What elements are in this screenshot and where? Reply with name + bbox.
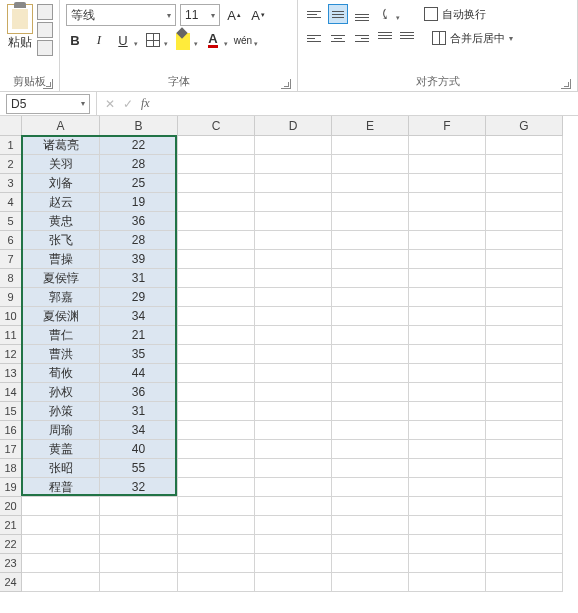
decrease-indent-button[interactable] xyxy=(376,28,394,48)
font-name-select[interactable]: 等线▾ xyxy=(66,4,176,26)
cell-D8[interactable] xyxy=(255,269,332,288)
align-right-button[interactable] xyxy=(352,28,372,48)
cell-C12[interactable] xyxy=(178,345,255,364)
cell-E17[interactable] xyxy=(332,440,409,459)
cell-D17[interactable] xyxy=(255,440,332,459)
cell-D11[interactable] xyxy=(255,326,332,345)
cell-C24[interactable] xyxy=(178,573,255,592)
select-all-corner[interactable] xyxy=(0,116,22,136)
cell-D21[interactable] xyxy=(255,516,332,535)
column-header-G[interactable]: G xyxy=(486,116,563,136)
font-color-button[interactable]: A xyxy=(204,30,222,50)
row-header-17[interactable]: 17 xyxy=(0,440,22,459)
row-header-7[interactable]: 7 xyxy=(0,250,22,269)
cell-G18[interactable] xyxy=(486,459,563,478)
cell-B3[interactable]: 25 xyxy=(100,174,178,193)
cell-A11[interactable]: 曹仁 xyxy=(22,326,100,345)
cell-F7[interactable] xyxy=(409,250,486,269)
cell-G5[interactable] xyxy=(486,212,563,231)
increase-indent-button[interactable] xyxy=(398,28,416,48)
cell-B19[interactable]: 32 xyxy=(100,478,178,497)
cell-F17[interactable] xyxy=(409,440,486,459)
cell-D23[interactable] xyxy=(255,554,332,573)
cell-D19[interactable] xyxy=(255,478,332,497)
cell-G8[interactable] xyxy=(486,269,563,288)
cell-F24[interactable] xyxy=(409,573,486,592)
cell-E2[interactable] xyxy=(332,155,409,174)
cell-A23[interactable] xyxy=(22,554,100,573)
paste-button[interactable]: 粘贴 xyxy=(6,4,33,51)
cell-D16[interactable] xyxy=(255,421,332,440)
cell-B23[interactable] xyxy=(100,554,178,573)
cell-D3[interactable] xyxy=(255,174,332,193)
cell-F8[interactable] xyxy=(409,269,486,288)
row-header-22[interactable]: 22 xyxy=(0,535,22,554)
fill-color-button[interactable] xyxy=(174,30,192,50)
cell-F23[interactable] xyxy=(409,554,486,573)
cell-D15[interactable] xyxy=(255,402,332,421)
cell-E8[interactable] xyxy=(332,269,409,288)
cell-D9[interactable] xyxy=(255,288,332,307)
cell-A1[interactable]: 诸葛亮 xyxy=(22,136,100,155)
cell-A16[interactable]: 周瑜 xyxy=(22,421,100,440)
row-header-23[interactable]: 23 xyxy=(0,554,22,573)
cell-B13[interactable]: 44 xyxy=(100,364,178,383)
cell-E22[interactable] xyxy=(332,535,409,554)
cell-F16[interactable] xyxy=(409,421,486,440)
cell-D5[interactable] xyxy=(255,212,332,231)
row-header-5[interactable]: 5 xyxy=(0,212,22,231)
cell-E10[interactable] xyxy=(332,307,409,326)
cell-C19[interactable] xyxy=(178,478,255,497)
cell-C14[interactable] xyxy=(178,383,255,402)
row-header-9[interactable]: 9 xyxy=(0,288,22,307)
cell-C23[interactable] xyxy=(178,554,255,573)
orientation-button[interactable]: ⤹ xyxy=(376,4,394,24)
cell-A9[interactable]: 郭嘉 xyxy=(22,288,100,307)
cell-G19[interactable] xyxy=(486,478,563,497)
border-button[interactable] xyxy=(144,30,162,50)
cell-F12[interactable] xyxy=(409,345,486,364)
cell-A14[interactable]: 孙权 xyxy=(22,383,100,402)
cell-B15[interactable]: 31 xyxy=(100,402,178,421)
row-header-20[interactable]: 20 xyxy=(0,497,22,516)
cell-E6[interactable] xyxy=(332,231,409,250)
cell-G16[interactable] xyxy=(486,421,563,440)
column-header-B[interactable]: B xyxy=(100,116,178,136)
format-painter-button[interactable] xyxy=(37,40,53,56)
accept-formula-icon[interactable]: ✓ xyxy=(123,97,133,111)
bold-button[interactable]: B xyxy=(66,30,84,50)
cell-G21[interactable] xyxy=(486,516,563,535)
cell-C13[interactable] xyxy=(178,364,255,383)
row-header-6[interactable]: 6 xyxy=(0,231,22,250)
font-size-select[interactable]: 11▾ xyxy=(180,4,220,26)
cell-C20[interactable] xyxy=(178,497,255,516)
cell-C21[interactable] xyxy=(178,516,255,535)
phonetic-button[interactable]: wén xyxy=(234,30,252,50)
cell-C2[interactable] xyxy=(178,155,255,174)
cell-G9[interactable] xyxy=(486,288,563,307)
cell-C5[interactable] xyxy=(178,212,255,231)
cell-C6[interactable] xyxy=(178,231,255,250)
cell-B4[interactable]: 19 xyxy=(100,193,178,212)
cell-A13[interactable]: 荀攸 xyxy=(22,364,100,383)
row-header-4[interactable]: 4 xyxy=(0,193,22,212)
cell-F11[interactable] xyxy=(409,326,486,345)
cell-A4[interactable]: 赵云 xyxy=(22,193,100,212)
cell-G22[interactable] xyxy=(486,535,563,554)
cell-F2[interactable] xyxy=(409,155,486,174)
cell-A5[interactable]: 黄忠 xyxy=(22,212,100,231)
align-bottom-button[interactable] xyxy=(352,4,372,24)
cell-C1[interactable] xyxy=(178,136,255,155)
row-header-3[interactable]: 3 xyxy=(0,174,22,193)
cell-A7[interactable]: 曹操 xyxy=(22,250,100,269)
cell-D4[interactable] xyxy=(255,193,332,212)
cut-button[interactable] xyxy=(37,4,53,20)
cell-D10[interactable] xyxy=(255,307,332,326)
font-launcher[interactable] xyxy=(281,79,291,89)
row-header-1[interactable]: 1 xyxy=(0,136,22,155)
align-top-button[interactable] xyxy=(304,4,324,24)
cell-B6[interactable]: 28 xyxy=(100,231,178,250)
align-launcher[interactable] xyxy=(561,79,571,89)
cell-B24[interactable] xyxy=(100,573,178,592)
cell-F15[interactable] xyxy=(409,402,486,421)
